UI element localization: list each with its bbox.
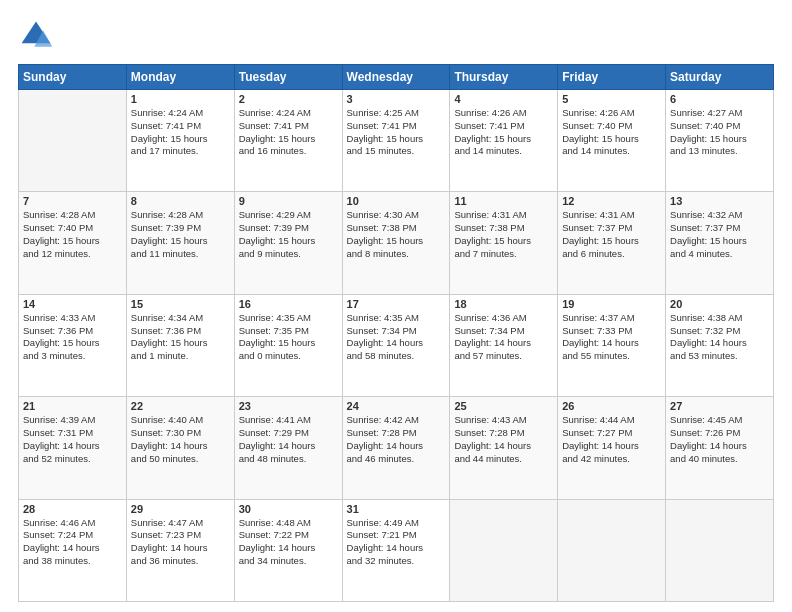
- calendar-cell: 28Sunrise: 4:46 AM Sunset: 7:24 PM Dayli…: [19, 499, 127, 601]
- calendar-cell: 29Sunrise: 4:47 AM Sunset: 7:23 PM Dayli…: [126, 499, 234, 601]
- day-number: 5: [562, 93, 661, 105]
- day-info: Sunrise: 4:28 AM Sunset: 7:39 PM Dayligh…: [131, 209, 230, 260]
- day-info: Sunrise: 4:28 AM Sunset: 7:40 PM Dayligh…: [23, 209, 122, 260]
- calendar-header-wednesday: Wednesday: [342, 65, 450, 90]
- day-info: Sunrise: 4:27 AM Sunset: 7:40 PM Dayligh…: [670, 107, 769, 158]
- day-info: Sunrise: 4:30 AM Sunset: 7:38 PM Dayligh…: [347, 209, 446, 260]
- day-number: 18: [454, 298, 553, 310]
- calendar-cell: 27Sunrise: 4:45 AM Sunset: 7:26 PM Dayli…: [666, 397, 774, 499]
- day-number: 3: [347, 93, 446, 105]
- calendar-header-tuesday: Tuesday: [234, 65, 342, 90]
- calendar-cell: 22Sunrise: 4:40 AM Sunset: 7:30 PM Dayli…: [126, 397, 234, 499]
- day-info: Sunrise: 4:31 AM Sunset: 7:38 PM Dayligh…: [454, 209, 553, 260]
- calendar-week-1: 1Sunrise: 4:24 AM Sunset: 7:41 PM Daylig…: [19, 90, 774, 192]
- day-number: 30: [239, 503, 338, 515]
- day-info: Sunrise: 4:29 AM Sunset: 7:39 PM Dayligh…: [239, 209, 338, 260]
- day-number: 7: [23, 195, 122, 207]
- day-number: 26: [562, 400, 661, 412]
- day-number: 8: [131, 195, 230, 207]
- day-info: Sunrise: 4:26 AM Sunset: 7:40 PM Dayligh…: [562, 107, 661, 158]
- day-info: Sunrise: 4:39 AM Sunset: 7:31 PM Dayligh…: [23, 414, 122, 465]
- day-number: 2: [239, 93, 338, 105]
- calendar-cell: 5Sunrise: 4:26 AM Sunset: 7:40 PM Daylig…: [558, 90, 666, 192]
- calendar-cell: 19Sunrise: 4:37 AM Sunset: 7:33 PM Dayli…: [558, 294, 666, 396]
- day-info: Sunrise: 4:49 AM Sunset: 7:21 PM Dayligh…: [347, 517, 446, 568]
- calendar-cell: 24Sunrise: 4:42 AM Sunset: 7:28 PM Dayli…: [342, 397, 450, 499]
- calendar-table: SundayMondayTuesdayWednesdayThursdayFrid…: [18, 64, 774, 602]
- day-number: 4: [454, 93, 553, 105]
- day-info: Sunrise: 4:45 AM Sunset: 7:26 PM Dayligh…: [670, 414, 769, 465]
- day-number: 19: [562, 298, 661, 310]
- calendar-cell: 23Sunrise: 4:41 AM Sunset: 7:29 PM Dayli…: [234, 397, 342, 499]
- calendar-cell: 2Sunrise: 4:24 AM Sunset: 7:41 PM Daylig…: [234, 90, 342, 192]
- day-info: Sunrise: 4:24 AM Sunset: 7:41 PM Dayligh…: [131, 107, 230, 158]
- calendar-cell: 20Sunrise: 4:38 AM Sunset: 7:32 PM Dayli…: [666, 294, 774, 396]
- day-info: Sunrise: 4:34 AM Sunset: 7:36 PM Dayligh…: [131, 312, 230, 363]
- header: [18, 18, 774, 54]
- day-info: Sunrise: 4:43 AM Sunset: 7:28 PM Dayligh…: [454, 414, 553, 465]
- logo-icon: [18, 18, 54, 54]
- calendar-header-row: SundayMondayTuesdayWednesdayThursdayFrid…: [19, 65, 774, 90]
- day-number: 16: [239, 298, 338, 310]
- calendar-cell: 3Sunrise: 4:25 AM Sunset: 7:41 PM Daylig…: [342, 90, 450, 192]
- day-number: 10: [347, 195, 446, 207]
- day-info: Sunrise: 4:47 AM Sunset: 7:23 PM Dayligh…: [131, 517, 230, 568]
- logo: [18, 18, 58, 54]
- calendar-cell: 15Sunrise: 4:34 AM Sunset: 7:36 PM Dayli…: [126, 294, 234, 396]
- day-info: Sunrise: 4:36 AM Sunset: 7:34 PM Dayligh…: [454, 312, 553, 363]
- calendar-header-friday: Friday: [558, 65, 666, 90]
- day-number: 27: [670, 400, 769, 412]
- day-info: Sunrise: 4:35 AM Sunset: 7:34 PM Dayligh…: [347, 312, 446, 363]
- calendar-cell: [666, 499, 774, 601]
- day-info: Sunrise: 4:46 AM Sunset: 7:24 PM Dayligh…: [23, 517, 122, 568]
- day-info: Sunrise: 4:38 AM Sunset: 7:32 PM Dayligh…: [670, 312, 769, 363]
- day-number: 23: [239, 400, 338, 412]
- calendar-cell: 12Sunrise: 4:31 AM Sunset: 7:37 PM Dayli…: [558, 192, 666, 294]
- day-info: Sunrise: 4:32 AM Sunset: 7:37 PM Dayligh…: [670, 209, 769, 260]
- day-number: 17: [347, 298, 446, 310]
- calendar-header-saturday: Saturday: [666, 65, 774, 90]
- day-number: 28: [23, 503, 122, 515]
- calendar-cell: 17Sunrise: 4:35 AM Sunset: 7:34 PM Dayli…: [342, 294, 450, 396]
- day-number: 22: [131, 400, 230, 412]
- calendar-week-2: 7Sunrise: 4:28 AM Sunset: 7:40 PM Daylig…: [19, 192, 774, 294]
- day-number: 21: [23, 400, 122, 412]
- day-number: 24: [347, 400, 446, 412]
- calendar-cell: 6Sunrise: 4:27 AM Sunset: 7:40 PM Daylig…: [666, 90, 774, 192]
- day-number: 1: [131, 93, 230, 105]
- day-number: 6: [670, 93, 769, 105]
- calendar-cell: 16Sunrise: 4:35 AM Sunset: 7:35 PM Dayli…: [234, 294, 342, 396]
- calendar-week-5: 28Sunrise: 4:46 AM Sunset: 7:24 PM Dayli…: [19, 499, 774, 601]
- day-number: 13: [670, 195, 769, 207]
- day-number: 29: [131, 503, 230, 515]
- day-info: Sunrise: 4:35 AM Sunset: 7:35 PM Dayligh…: [239, 312, 338, 363]
- calendar-cell: 26Sunrise: 4:44 AM Sunset: 7:27 PM Dayli…: [558, 397, 666, 499]
- day-number: 14: [23, 298, 122, 310]
- calendar-cell: 4Sunrise: 4:26 AM Sunset: 7:41 PM Daylig…: [450, 90, 558, 192]
- day-info: Sunrise: 4:41 AM Sunset: 7:29 PM Dayligh…: [239, 414, 338, 465]
- day-info: Sunrise: 4:37 AM Sunset: 7:33 PM Dayligh…: [562, 312, 661, 363]
- day-number: 9: [239, 195, 338, 207]
- calendar-cell: 10Sunrise: 4:30 AM Sunset: 7:38 PM Dayli…: [342, 192, 450, 294]
- calendar-header-monday: Monday: [126, 65, 234, 90]
- calendar-cell: 9Sunrise: 4:29 AM Sunset: 7:39 PM Daylig…: [234, 192, 342, 294]
- calendar-week-4: 21Sunrise: 4:39 AM Sunset: 7:31 PM Dayli…: [19, 397, 774, 499]
- calendar-cell: 18Sunrise: 4:36 AM Sunset: 7:34 PM Dayli…: [450, 294, 558, 396]
- calendar-cell: [19, 90, 127, 192]
- day-info: Sunrise: 4:24 AM Sunset: 7:41 PM Dayligh…: [239, 107, 338, 158]
- day-info: Sunrise: 4:31 AM Sunset: 7:37 PM Dayligh…: [562, 209, 661, 260]
- calendar-cell: 13Sunrise: 4:32 AM Sunset: 7:37 PM Dayli…: [666, 192, 774, 294]
- day-number: 25: [454, 400, 553, 412]
- day-info: Sunrise: 4:48 AM Sunset: 7:22 PM Dayligh…: [239, 517, 338, 568]
- calendar-header-thursday: Thursday: [450, 65, 558, 90]
- page: SundayMondayTuesdayWednesdayThursdayFrid…: [0, 0, 792, 612]
- day-number: 20: [670, 298, 769, 310]
- day-info: Sunrise: 4:33 AM Sunset: 7:36 PM Dayligh…: [23, 312, 122, 363]
- calendar-cell: 1Sunrise: 4:24 AM Sunset: 7:41 PM Daylig…: [126, 90, 234, 192]
- calendar-cell: 14Sunrise: 4:33 AM Sunset: 7:36 PM Dayli…: [19, 294, 127, 396]
- day-info: Sunrise: 4:44 AM Sunset: 7:27 PM Dayligh…: [562, 414, 661, 465]
- day-info: Sunrise: 4:25 AM Sunset: 7:41 PM Dayligh…: [347, 107, 446, 158]
- calendar-cell: 31Sunrise: 4:49 AM Sunset: 7:21 PM Dayli…: [342, 499, 450, 601]
- calendar-cell: 25Sunrise: 4:43 AM Sunset: 7:28 PM Dayli…: [450, 397, 558, 499]
- day-number: 11: [454, 195, 553, 207]
